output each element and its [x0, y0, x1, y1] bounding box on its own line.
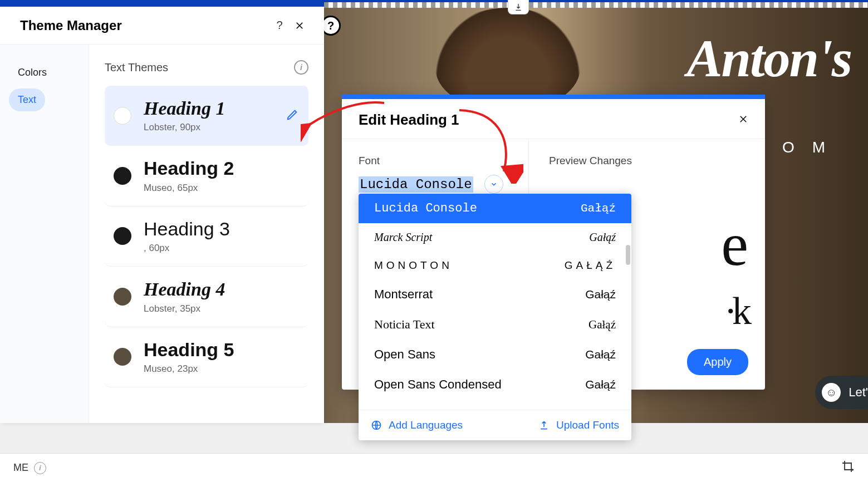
theme-name: Heading 1 — [144, 98, 300, 119]
apply-button[interactable]: Apply — [687, 349, 748, 375]
font-field-label: Font — [359, 155, 512, 167]
theme-meta: Lobster, 90px — [144, 122, 300, 133]
font-option-monoton[interactable]: Monoton Gałąź — [359, 252, 631, 279]
swatch-heading-4 — [114, 288, 131, 306]
upload-icon — [538, 420, 550, 431]
font-option-sample: Gałąź — [565, 259, 616, 272]
font-option-noticia-text[interactable]: Noticia Text Gałąź — [359, 309, 631, 340]
download-icon — [514, 3, 523, 12]
add-languages-button[interactable]: Add Languages — [359, 410, 495, 440]
font-option-sample: Gałąź — [585, 348, 616, 361]
font-option-name: Oswald Extra Light — [374, 407, 477, 410]
nav-item-colors[interactable]: Colors — [9, 61, 56, 84]
crop-icon — [841, 460, 855, 473]
theme-row-heading-4[interactable]: Heading 4 Lobster, 35px — [105, 267, 308, 327]
hero-subtitle-fragment: O M — [782, 139, 832, 156]
theme-meta: , 60px — [144, 243, 300, 254]
theme-name: Heading 4 — [144, 279, 300, 299]
close-icon — [738, 114, 748, 124]
swatch-heading-3 — [114, 227, 131, 245]
theme-meta: Lobster, 35px — [144, 303, 300, 314]
theme-meta: Museo, 23px — [144, 363, 300, 375]
hero-title[interactable]: Anton's — [686, 27, 851, 89]
font-option-name: Lucida Console — [374, 201, 477, 215]
text-themes-title: Text Themes — [105, 61, 294, 74]
theme-manager-title: Theme Manager — [20, 18, 269, 33]
theme-row-heading-5[interactable]: Heading 5 Museo, 23px — [105, 327, 308, 387]
font-option-name: Noticia Text — [374, 317, 435, 332]
font-option-name: Montserrat — [374, 287, 433, 302]
swatch-heading-5 — [114, 348, 131, 366]
canvas-ruler — [324, 2, 868, 8]
theme-name: Heading 2 — [144, 158, 300, 179]
font-option-oswald-extra-light[interactable]: Oswald Extra Light Gałąź — [359, 400, 631, 410]
bottom-bar-label: ME — [13, 462, 28, 474]
theme-meta: Museo, 65px — [144, 183, 300, 194]
font-option-name: Open Sans Condensed — [374, 377, 502, 392]
theme-manager-nav: Colors Text — [0, 45, 89, 423]
crop-tool-button[interactable] — [841, 460, 855, 476]
dropdown-scrollbar[interactable] — [626, 245, 630, 265]
font-selected-value[interactable]: Lucida Console — [359, 176, 473, 193]
font-option-name: Open Sans — [374, 347, 435, 362]
font-option-montserrat[interactable]: Montserrat Gałąź — [359, 279, 631, 309]
add-languages-label: Add Languages — [389, 419, 463, 431]
theme-name: Heading 3 — [144, 219, 300, 239]
nav-item-text[interactable]: Text — [9, 88, 45, 111]
font-dropdown: Lucida Console Gałąź Marck Script Gałąź … — [359, 194, 631, 440]
preview-label: Preview Changes — [549, 155, 745, 167]
theme-manager-header: Theme Manager ? — [0, 7, 324, 45]
close-button[interactable] — [290, 16, 310, 36]
chevron-down-icon — [490, 180, 498, 188]
smile-icon: ☺ — [822, 383, 841, 402]
lets-chat-bubble[interactable]: ☺ Let' — [815, 376, 868, 409]
font-option-lucida-console[interactable]: Lucida Console Gałąź — [359, 194, 631, 223]
font-option-sample: Gałąź — [581, 202, 616, 215]
font-option-sample: Gałąź — [585, 378, 616, 391]
font-option-sample: Gałąź — [589, 231, 616, 244]
edit-heading-title: Edit Heading 1 — [359, 111, 738, 129]
close-modal-button[interactable] — [738, 114, 748, 126]
globe-icon — [371, 420, 382, 431]
font-option-name: Marck Script — [374, 231, 432, 244]
panel-accent-bar — [0, 0, 324, 7]
close-icon — [295, 21, 305, 31]
theme-row-heading-1[interactable]: Heading 1 Lobster, 90px — [105, 86, 308, 146]
font-option-open-sans[interactable]: Open Sans Gałąź — [359, 340, 631, 370]
lets-chat-label: Let' — [849, 385, 868, 400]
font-option-sample: Gałąź — [589, 318, 616, 332]
theme-manager-main: Text Themes i Heading 1 Lobster, 90px He… — [89, 45, 324, 423]
download-button[interactable] — [508, 0, 529, 14]
font-option-marck-script[interactable]: Marck Script Gałąź — [359, 223, 631, 252]
font-option-sample: Gałąź — [585, 288, 616, 301]
font-option-sample: Gałąź — [585, 408, 616, 410]
theme-manager-panel: Theme Manager ? Colors Text Text Themes … — [0, 0, 324, 423]
info-icon[interactable]: i — [34, 462, 46, 474]
bottom-bar: ME i — [0, 453, 868, 482]
modal-accent-bar — [342, 95, 765, 99]
font-dropdown-toggle[interactable] — [484, 175, 503, 194]
help-button[interactable]: ? — [269, 16, 290, 36]
font-option-open-sans-condensed[interactable]: Open Sans Condensed Gałąź — [359, 370, 631, 400]
upload-fonts-button[interactable]: Upload Fonts — [495, 410, 631, 440]
theme-name: Heading 5 — [144, 340, 300, 360]
info-icon[interactable]: i — [294, 60, 308, 75]
pencil-icon — [286, 109, 298, 121]
swatch-heading-2 — [114, 167, 131, 185]
theme-row-heading-3[interactable]: Heading 3 , 60px — [105, 206, 308, 267]
hero-photo — [435, 8, 580, 108]
edit-theme-button[interactable] — [286, 109, 298, 123]
upload-fonts-label: Upload Fonts — [556, 419, 619, 431]
font-option-name: Monoton — [374, 259, 453, 272]
theme-row-heading-2[interactable]: Heading 2 Museo, 65px — [105, 146, 308, 206]
swatch-heading-1 — [114, 107, 131, 125]
